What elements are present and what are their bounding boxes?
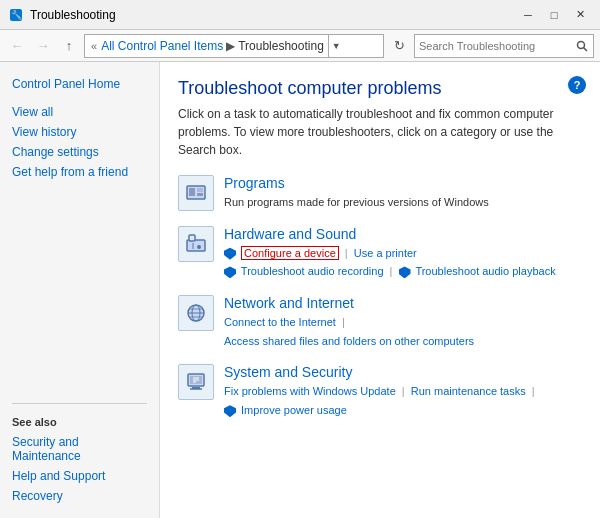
svg-point-2 (578, 41, 585, 48)
category-system: System and Security Fix problems with Wi… (178, 364, 582, 419)
content-area: ? Troubleshoot computer problems Click o… (160, 62, 600, 518)
system-title[interactable]: System and Security (224, 364, 582, 380)
breadcrumb-prefix: « (91, 40, 97, 52)
configure-device-link[interactable]: Configure a device (241, 246, 339, 260)
use-printer-link[interactable]: Use a printer (354, 247, 417, 259)
sidebar-item-control-panel-home[interactable]: Control Panel Home (0, 74, 159, 94)
svg-text:🔧: 🔧 (11, 9, 23, 21)
maximize-button[interactable]: □ (542, 5, 566, 25)
breadcrumb-separator: ▶ (226, 39, 235, 53)
network-links: Connect to the Internet | Access shared … (224, 313, 582, 350)
app-icon: 🔧 (8, 7, 24, 23)
category-programs: Programs Run programs made for previous … (178, 175, 582, 212)
help-button[interactable]: ? (568, 76, 586, 94)
shield-icon-audio-play (399, 266, 411, 278)
page-title: Troubleshoot computer problems (178, 78, 582, 99)
hardware-links: Configure a device | Use a printer Troub… (224, 244, 582, 281)
category-network: Network and Internet Connect to the Inte… (178, 295, 582, 350)
audio-playback-link[interactable]: Troubleshoot audio playback (415, 265, 555, 277)
breadcrumb-dropdown-btn[interactable]: ▼ (328, 34, 344, 58)
shield-icon-audio-record (224, 266, 236, 278)
sidebar-item-recovery[interactable]: Recovery (0, 486, 159, 506)
audio-recording-link[interactable]: Troubleshoot audio recording (241, 265, 384, 277)
page-description: Click on a task to automatically trouble… (178, 105, 582, 159)
breadcrumb-current: Troubleshooting (238, 39, 324, 53)
sidebar-item-change-settings[interactable]: Change settings (0, 142, 159, 162)
system-details: System and Security Fix problems with Wi… (224, 364, 582, 419)
sidebar-item-get-help[interactable]: Get help from a friend (0, 162, 159, 182)
programs-title[interactable]: Programs (224, 175, 582, 191)
sidebar: Control Panel Home View all View history… (0, 62, 160, 518)
maintenance-tasks-link[interactable]: Run maintenance tasks (411, 385, 526, 397)
system-links: Fix problems with Windows Update | Run m… (224, 382, 582, 419)
sidebar-item-view-history[interactable]: View history (0, 122, 159, 142)
search-input[interactable] (415, 35, 571, 57)
power-usage-link[interactable]: Improve power usage (241, 404, 347, 416)
sidebar-item-view-all[interactable]: View all (0, 102, 159, 122)
window-title: Troubleshooting (30, 8, 516, 22)
title-bar: 🔧 Troubleshooting ─ □ ✕ (0, 0, 600, 30)
search-box (414, 34, 594, 58)
breadcrumb: « All Control Panel Items ▶ Troubleshoot… (84, 34, 384, 58)
hardware-title[interactable]: Hardware and Sound (224, 226, 582, 242)
sidebar-item-help-support[interactable]: Help and Support (0, 466, 159, 486)
minimize-button[interactable]: ─ (516, 5, 540, 25)
up-button[interactable]: ↑ (58, 35, 80, 57)
shield-icon-hardware (224, 248, 236, 260)
main-content: Control Panel Home View all View history… (0, 62, 600, 518)
forward-button[interactable]: → (32, 35, 54, 57)
programs-details: Programs Run programs made for previous … (224, 175, 582, 212)
hardware-details: Hardware and Sound Configure a device | … (224, 226, 582, 281)
refresh-button[interactable]: ↻ (388, 35, 410, 57)
sidebar-divider (12, 403, 147, 404)
svg-line-3 (584, 47, 588, 51)
svg-point-10 (197, 245, 201, 249)
back-button[interactable]: ← (6, 35, 28, 57)
svg-rect-5 (189, 188, 195, 196)
search-button[interactable] (571, 35, 593, 57)
windows-update-link[interactable]: Fix problems with Windows Update (224, 385, 396, 397)
hardware-icon (178, 226, 214, 262)
system-icon (178, 364, 214, 400)
window-controls: ─ □ ✕ (516, 5, 592, 25)
svg-rect-9 (189, 235, 195, 241)
shared-files-link[interactable]: Access shared files and folders on other… (224, 335, 474, 347)
programs-subtitle: Run programs made for previous versions … (224, 193, 582, 212)
category-hardware: Hardware and Sound Configure a device | … (178, 226, 582, 281)
svg-rect-6 (197, 188, 203, 192)
address-bar: ← → ↑ « All Control Panel Items ▶ Troubl… (0, 30, 600, 62)
network-details: Network and Internet Connect to the Inte… (224, 295, 582, 350)
close-button[interactable]: ✕ (568, 5, 592, 25)
network-icon (178, 295, 214, 331)
see-also-label: See also (0, 412, 159, 432)
breadcrumb-parent[interactable]: All Control Panel Items (101, 39, 223, 53)
connect-internet-link[interactable]: Connect to the Internet (224, 316, 336, 328)
shield-icon-power (224, 405, 236, 417)
programs-icon (178, 175, 214, 211)
svg-rect-7 (197, 193, 203, 196)
sidebar-item-security-maintenance[interactable]: Security and Maintenance (0, 432, 159, 466)
network-title[interactable]: Network and Internet (224, 295, 582, 311)
